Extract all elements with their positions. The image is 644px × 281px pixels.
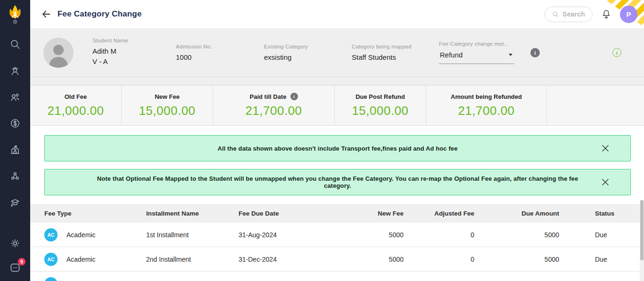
sidebar-item-school[interactable] bbox=[8, 143, 22, 156]
user-avatar[interactable]: P bbox=[620, 6, 637, 23]
method-info-icon[interactable] bbox=[530, 48, 540, 57]
summary-amount-refunded: Amount being Refunded 21,700.00 bbox=[426, 86, 547, 125]
page-info-icon[interactable] bbox=[612, 48, 621, 57]
fee-type-badge: AC bbox=[44, 277, 58, 281]
col-status: Status bbox=[559, 210, 644, 217]
existing-category-label: Existing Category bbox=[264, 44, 352, 49]
gear-icon bbox=[9, 238, 21, 249]
student-avatar bbox=[43, 38, 74, 68]
new-fee-value: 15,000.00 bbox=[139, 104, 195, 118]
flower-logo-icon bbox=[6, 3, 24, 25]
student-name-label: Student Name bbox=[92, 38, 176, 43]
mapped-category-field: Category being mapped Staff Students bbox=[352, 44, 439, 61]
admission-no-label: Admission No. bbox=[176, 44, 264, 49]
amount-refunded-label: Amount being Refunded bbox=[451, 93, 522, 100]
people-icon bbox=[9, 91, 21, 103]
topbar-right: Search P bbox=[545, 6, 637, 23]
existing-category-value: exsisting bbox=[264, 53, 352, 61]
mapped-category-label: Category being mapped bbox=[352, 44, 439, 49]
summary-due-post-refund: Due Post Refund 15,000.00 bbox=[335, 86, 426, 125]
summary-paid-till-date: Paid till Date 21,700.00 bbox=[213, 86, 335, 125]
sidebar: 9 bbox=[0, 0, 30, 281]
installments-table-header: Fee Type Installment Name Fee Due Date N… bbox=[30, 204, 644, 223]
section-gap bbox=[30, 77, 644, 85]
table-row[interactable]: AC Academic 1st Installment 31-Aug-2024 … bbox=[30, 223, 644, 247]
notifications-button[interactable] bbox=[600, 8, 612, 20]
col-installment-name: Installment Name bbox=[146, 210, 239, 217]
global-search-input[interactable]: Search bbox=[545, 7, 593, 22]
mapped-category-value: Staff Students bbox=[352, 53, 439, 61]
due-post-refund-label: Due Post Refund bbox=[355, 93, 405, 100]
sidebar-item-people[interactable] bbox=[8, 90, 22, 104]
sidebar-item-chat[interactable]: 9 bbox=[8, 261, 22, 274]
existing-category-field: Existing Category exsisting bbox=[264, 44, 352, 61]
search-placeholder: Search bbox=[562, 10, 585, 18]
table-row[interactable]: AC Academic 3rd Installment 31-Mar-2025 … bbox=[30, 272, 644, 281]
change-method-field: Fee Category change met... Refund bbox=[439, 41, 524, 64]
sidebar-item-courses[interactable] bbox=[8, 196, 22, 209]
sidebar-item-settings[interactable] bbox=[8, 237, 22, 250]
vertical-scrollbar[interactable] bbox=[640, 200, 644, 281]
search-icon bbox=[9, 39, 21, 50]
col-fee-due-date: Fee Due Date bbox=[239, 210, 333, 217]
status-badge: Due bbox=[559, 231, 644, 239]
fee-due-date: 31-Dec-2024 bbox=[239, 256, 333, 263]
summary-empty-cell bbox=[547, 86, 644, 125]
new-fee-label: New Fee bbox=[155, 93, 180, 100]
person-placeholder-icon bbox=[43, 40, 74, 68]
topbar: Fee Category Change Search P bbox=[30, 0, 644, 28]
paid-till-date-info-icon[interactable] bbox=[290, 93, 298, 100]
fee-type-text: Academic bbox=[66, 231, 95, 239]
installment-name: 2nd Installment bbox=[146, 256, 239, 263]
back-button[interactable] bbox=[41, 8, 52, 20]
installment-name: 1st Installment bbox=[146, 231, 239, 239]
alert-banner-transport: All the data shown above doesn't include… bbox=[44, 135, 631, 161]
table-row[interactable]: AC Academic 2nd Installment 31-Dec-2024 … bbox=[30, 247, 644, 272]
change-method-dropdown[interactable]: Refund bbox=[439, 50, 514, 64]
student-icon bbox=[9, 65, 21, 76]
student-name-field: Student Name Adith M V - A bbox=[92, 38, 176, 68]
status-badge: Due bbox=[559, 256, 644, 263]
col-new-fee: New Fee bbox=[378, 210, 404, 217]
admission-no-value: 1000 bbox=[176, 53, 264, 61]
col-fee-type: Fee Type bbox=[44, 210, 146, 217]
due-post-refund-value: 15,000.00 bbox=[352, 104, 408, 118]
old-fee-label: Old Fee bbox=[65, 93, 87, 100]
change-method-value: Refund bbox=[440, 51, 462, 59]
fee-type-badge: AC bbox=[44, 253, 58, 266]
admission-no-field: Admission No. 1000 bbox=[176, 44, 264, 61]
change-method-label: Fee Category change met... bbox=[439, 41, 524, 47]
fee-type-cell: AC Academic bbox=[44, 253, 146, 266]
alert-banner-optional-fee: Note that Optional Fee Mapped to the Stu… bbox=[44, 169, 631, 195]
student-name-value: Adith M bbox=[92, 47, 176, 55]
alert-banner-text: All the data shown above doesn't include… bbox=[175, 145, 500, 152]
back-arrow-icon bbox=[41, 9, 51, 19]
close-icon[interactable] bbox=[601, 178, 610, 186]
app-window: 9 Fee Category Change Search bbox=[0, 0, 644, 281]
student-class-section: V - A bbox=[92, 57, 176, 65]
search-icon bbox=[552, 11, 559, 18]
sidebar-nav bbox=[8, 38, 22, 209]
due-amount: 5000 bbox=[545, 231, 559, 239]
app-logo[interactable] bbox=[0, 0, 30, 28]
fee-type-cell: AC Academic bbox=[44, 228, 146, 241]
close-icon[interactable] bbox=[601, 144, 610, 153]
network-icon bbox=[9, 170, 21, 182]
sidebar-item-fees[interactable] bbox=[8, 117, 22, 130]
sidebar-item-students[interactable] bbox=[8, 64, 22, 77]
new-fee: 5000 bbox=[389, 231, 404, 239]
sidebar-item-search[interactable] bbox=[8, 38, 22, 51]
content-area: All the data shown above doesn't include… bbox=[30, 135, 644, 281]
paid-till-date-value: 21,700.00 bbox=[245, 104, 302, 118]
fee-due-date: 31-Aug-2024 bbox=[239, 231, 333, 239]
fee-summary-row: Old Fee 21,000.00 New Fee 15,000.00 Paid… bbox=[30, 85, 644, 126]
fee-type-cell: AC Academic bbox=[44, 277, 146, 281]
summary-old-fee: Old Fee 21,000.00 bbox=[30, 86, 122, 125]
sidebar-item-network[interactable] bbox=[8, 169, 22, 183]
col-due-amount: Due Amount bbox=[521, 210, 559, 217]
fee-type-text: Academic bbox=[66, 256, 95, 263]
new-fee: 5000 bbox=[389, 256, 404, 263]
scrollbar-thumb[interactable] bbox=[640, 200, 644, 260]
chat-notification-badge: 9 bbox=[18, 258, 25, 265]
dollar-icon bbox=[9, 118, 21, 129]
